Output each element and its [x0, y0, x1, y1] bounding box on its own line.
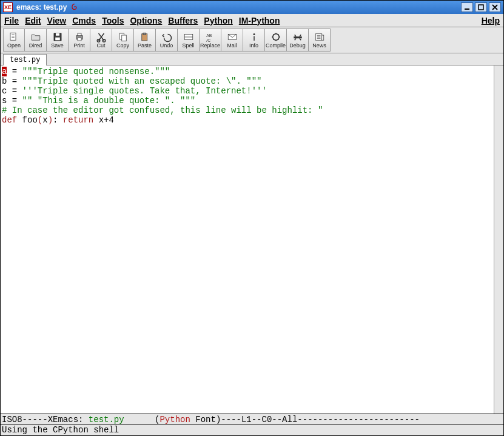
menu-edit[interactable]: Edit: [25, 16, 41, 25]
modeline-position: )----L1--C0--All------------------------: [216, 415, 420, 424]
menu-python[interactable]: Python: [204, 16, 232, 25]
toolbar-label: Undo: [160, 43, 173, 49]
menu-help[interactable]: Help: [482, 16, 500, 25]
cut-icon: [95, 32, 107, 42]
undo-icon: [161, 32, 173, 42]
tab-bar: test.py: [1, 53, 503, 65]
open-icon: [8, 32, 20, 42]
toolbar-label: Replace: [200, 43, 220, 49]
code-text: b =: [2, 76, 22, 86]
vertical-scrollbar[interactable]: [494, 65, 503, 414]
paste-button[interactable]: Paste: [134, 29, 156, 52]
open-button[interactable]: Open: [3, 29, 25, 52]
svg-rect-24: [321, 35, 323, 40]
replace-button[interactable]: AB/CReplace: [200, 29, 221, 52]
menu-options[interactable]: Options: [130, 16, 162, 25]
menu-im-python[interactable]: IM-Python: [239, 16, 280, 25]
code-text: =: [7, 67, 22, 76]
svg-rect-7: [78, 33, 81, 36]
editor[interactable]: a = """Triple quoted nonsense.""" b = ""…: [1, 65, 494, 414]
folder-icon: [30, 32, 42, 42]
save-icon: [52, 32, 64, 42]
paste-icon: [139, 32, 151, 42]
svg-rect-2: [10, 33, 16, 40]
debian-swirl-icon: [70, 3, 79, 12]
compile-button[interactable]: Compile: [265, 29, 287, 52]
toolbar-label: Save: [51, 43, 64, 49]
svg-text:/C: /C: [206, 38, 210, 42]
menu-view[interactable]: View: [47, 16, 67, 25]
toolbar-label: Paste: [138, 43, 152, 49]
menu-file[interactable]: File: [4, 16, 19, 25]
menu-buffers[interactable]: Buffers: [168, 16, 198, 25]
toolbar-label: Debug: [289, 43, 306, 49]
keyword: return: [63, 115, 93, 125]
comment: # In case the editor got confused, this …: [2, 106, 323, 115]
string-literal: """Triple quoted with an escaped quote: …: [22, 76, 262, 86]
titlebar[interactable]: XE emacs: test.py: [1, 1, 503, 14]
dired-button[interactable]: Dired: [25, 29, 47, 52]
copy-icon: [117, 32, 129, 42]
svg-rect-4: [56, 33, 59, 36]
string-literal: '''Triple single quotes. Take that, Inte…: [22, 86, 267, 96]
minibuffer[interactable]: Using the CPython shell: [1, 424, 503, 435]
code-text: x+4: [93, 115, 114, 125]
svg-text:AB: AB: [206, 33, 212, 38]
toolbar-label: Mail: [227, 43, 237, 49]
undo-button[interactable]: Undo: [156, 29, 178, 52]
info-icon: [248, 32, 260, 42]
toolbar-label: Info: [249, 43, 258, 49]
menu-tools[interactable]: Tools: [102, 16, 124, 25]
minimize-button[interactable]: [461, 2, 473, 12]
toolbar-label: Spell: [182, 43, 194, 49]
keyword: def: [2, 115, 17, 125]
print-icon: [73, 32, 86, 42]
modeline-filename: test.py: [89, 415, 124, 424]
toolbar-label: Dired: [29, 43, 42, 49]
svg-point-19: [253, 33, 255, 35]
app-icon: XE: [3, 2, 13, 12]
toolbar-label: Copy: [116, 43, 129, 49]
cut-button[interactable]: Cut: [90, 29, 112, 52]
code-text: :: [53, 115, 63, 125]
save-button[interactable]: Save: [47, 29, 69, 52]
window-title: emacs: test.py: [16, 3, 67, 12]
svg-rect-5: [55, 38, 60, 41]
menubar: File Edit View Cmds Tools Options Buffer…: [1, 14, 503, 27]
spell-button[interactable]: Spell: [178, 29, 200, 52]
svg-rect-8: [78, 38, 81, 41]
info-button[interactable]: Info: [243, 29, 265, 52]
toolbar: OpenDiredSavePrintCutCopyPasteUndoSpellA…: [1, 27, 503, 53]
replace-icon: AB/C: [204, 32, 217, 42]
mail-icon: [226, 32, 238, 42]
debug-icon: [292, 32, 304, 42]
code-text: s =: [2, 96, 22, 106]
modeline-app: XEmacs:: [48, 415, 89, 424]
toolbar-label: News: [312, 43, 326, 49]
close-button[interactable]: [489, 2, 501, 12]
string-literal: "" "This is a double quote: ". """: [22, 96, 196, 106]
toolbar-label: Print: [73, 43, 85, 49]
tab-test-py[interactable]: test.py: [3, 54, 47, 65]
svg-rect-22: [294, 36, 302, 38]
svg-rect-1: [479, 5, 483, 10]
modeline: ISO8-----XEmacs: test.py (Python Font)--…: [1, 414, 503, 424]
code-text: foo: [17, 115, 38, 125]
maximize-button[interactable]: [475, 2, 487, 12]
svg-rect-20: [254, 36, 255, 41]
modeline-mode2: Font: [190, 415, 216, 424]
toolbar-label: Cut: [96, 43, 105, 49]
svg-rect-12: [121, 35, 126, 41]
svg-rect-14: [143, 33, 146, 35]
debug-button[interactable]: Debug: [287, 29, 309, 52]
copy-button[interactable]: Copy: [112, 29, 134, 52]
toolbar-label: Open: [7, 43, 21, 49]
modeline-mode: Python: [160, 415, 190, 424]
paren: ): [48, 115, 53, 125]
compile-icon: [270, 32, 282, 42]
mail-button[interactable]: Mail: [221, 29, 243, 52]
print-button[interactable]: Print: [69, 29, 90, 52]
news-button[interactable]: News: [309, 29, 331, 52]
menu-cmds[interactable]: Cmds: [72, 16, 96, 25]
spell-icon: [183, 32, 195, 42]
